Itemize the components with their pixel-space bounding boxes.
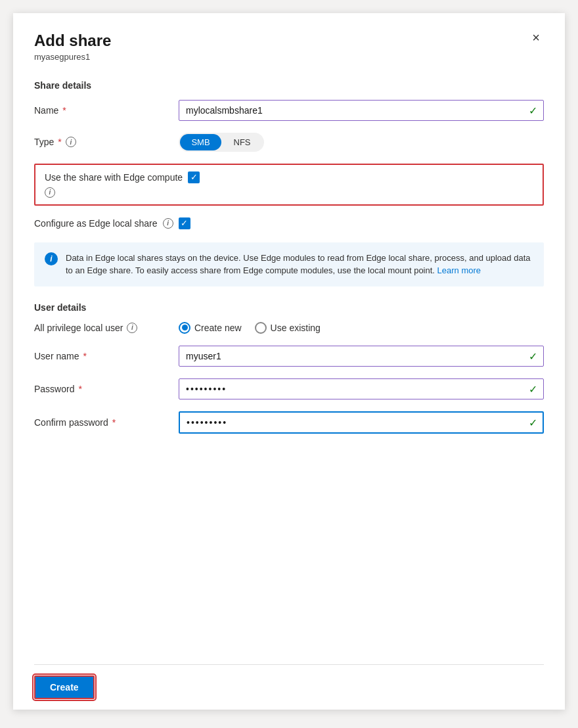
info-banner: i Data in Edge local shares stays on the… — [34, 242, 544, 286]
type-toggle[interactable]: SMB NFS — [179, 133, 264, 152]
add-share-dialog: Add share myasegpures1 × Share details N… — [13, 13, 565, 710]
dialog-footer: Create — [34, 664, 544, 710]
name-label: Name * — [34, 105, 179, 116]
edge-compute-box: Use the share with Edge compute ✓ i — [34, 164, 544, 206]
privilege-info-icon[interactable]: i — [127, 323, 137, 333]
confirm-password-valid-icon: ✓ — [529, 416, 537, 428]
password-label: Password * — [34, 384, 179, 394]
edge-local-info-icon[interactable]: i — [163, 218, 173, 229]
password-input[interactable] — [179, 378, 544, 399]
use-existing-option[interactable]: Use existing — [255, 322, 321, 334]
type-row: Type * i SMB NFS — [34, 133, 544, 152]
edge-compute-row: Use the share with Edge compute ✓ — [45, 171, 533, 183]
type-label: Type * i — [34, 137, 179, 147]
close-button[interactable]: × — [528, 29, 544, 47]
create-button[interactable]: Create — [34, 675, 95, 699]
name-input-wrap: ✓ — [179, 100, 544, 121]
dialog-header: Add share myasegpures1 × — [34, 32, 544, 78]
edge-compute-info-row: i — [45, 187, 533, 198]
confirm-password-row: Confirm password * ✓ — [34, 411, 544, 434]
edge-local-row: Configure as Edge local share i ✓ — [34, 217, 544, 229]
password-required-star: * — [78, 384, 81, 394]
info-banner-text: Data in Edge local shares stays on the d… — [66, 252, 533, 277]
create-new-label: Create new — [194, 323, 242, 333]
name-required-star: * — [62, 105, 66, 116]
edge-compute-label: Use the share with Edge compute — [45, 172, 183, 183]
create-new-option[interactable]: Create new — [179, 322, 242, 334]
type-required-star: * — [58, 137, 61, 147]
username-row: User name * ✓ — [34, 346, 544, 367]
edge-local-checkmark: ✓ — [181, 219, 188, 227]
username-input-wrap: ✓ — [179, 346, 544, 367]
privilege-radio-group: Create new Use existing — [179, 322, 321, 334]
confirm-password-input[interactable] — [179, 411, 544, 434]
type-nfs-option[interactable]: NFS — [221, 134, 263, 150]
privilege-label: All privilege local user i — [34, 323, 179, 333]
use-existing-radio[interactable] — [255, 322, 267, 334]
confirm-password-input-wrap: ✓ — [179, 411, 544, 434]
username-valid-icon: ✓ — [529, 350, 537, 362]
user-details-section-label: User details — [34, 302, 544, 313]
create-new-radio[interactable] — [179, 322, 190, 334]
name-valid-icon: ✓ — [529, 104, 537, 116]
edge-local-checkbox[interactable]: ✓ — [179, 217, 190, 229]
type-smb-option[interactable]: SMB — [180, 134, 221, 150]
type-info-icon[interactable]: i — [66, 137, 76, 147]
dialog-subtitle: myasegpures1 — [34, 52, 111, 62]
name-input[interactable] — [179, 100, 544, 121]
password-valid-icon: ✓ — [529, 382, 537, 395]
edge-local-label: Configure as Edge local share — [34, 218, 158, 229]
learn-more-link[interactable]: Learn more — [437, 265, 481, 275]
info-banner-icon: i — [45, 252, 58, 265]
username-input[interactable] — [179, 346, 544, 367]
dialog-title: Add share — [34, 32, 111, 51]
use-existing-label: Use existing — [271, 323, 321, 333]
edge-compute-info-icon[interactable]: i — [45, 187, 55, 198]
name-row: Name * ✓ — [34, 100, 544, 121]
password-input-wrap: ✓ — [179, 378, 544, 399]
edge-compute-checkbox[interactable]: ✓ — [188, 171, 200, 183]
confirm-password-required-star: * — [112, 417, 116, 428]
share-details-section-label: Share details — [34, 80, 544, 91]
privilege-row: All privilege local user i Create new Us… — [34, 322, 544, 334]
dialog-title-wrap: Add share myasegpures1 — [34, 32, 111, 78]
password-row: Password * ✓ — [34, 378, 544, 399]
username-required-star: * — [83, 351, 86, 361]
username-label: User name * — [34, 351, 179, 361]
edge-compute-checkmark: ✓ — [190, 173, 198, 181]
confirm-password-label: Confirm password * — [34, 417, 179, 428]
